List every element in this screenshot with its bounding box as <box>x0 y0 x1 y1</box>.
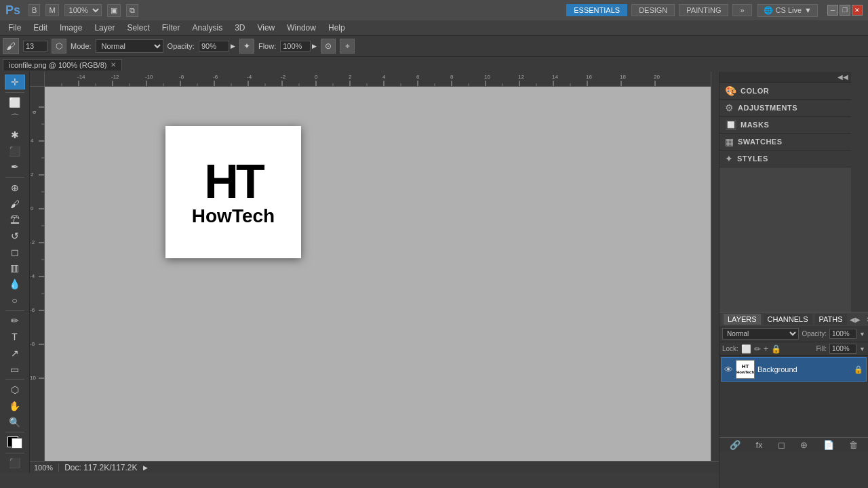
pen-tool[interactable]: ✏ <box>5 314 25 329</box>
eraser-tool[interactable]: ◻ <box>5 245 25 260</box>
path-select-tool[interactable]: ↗ <box>5 346 25 361</box>
lock-lock-btn[interactable]: 🔒 <box>771 344 781 354</box>
menu-layer[interactable]: Layer <box>89 22 120 34</box>
brush-tool-icon[interactable]: 🖌 <box>3 38 19 54</box>
text-tool[interactable]: T <box>5 329 25 344</box>
restore-btn[interactable]: ❐ <box>840 5 850 16</box>
brush-options-btn[interactable]: ⬡ <box>52 39 66 54</box>
airbrush-btn[interactable]: ✦ <box>239 39 254 54</box>
view-mode-btn[interactable]: ▣ <box>107 4 121 17</box>
lasso-tool[interactable]: ⌒ <box>5 111 25 126</box>
dodge-tool[interactable]: ○ <box>5 293 25 308</box>
adjustments-icon: ⚙ <box>725 102 734 113</box>
cs-live-icon: 🌐 <box>764 6 773 15</box>
layer-visibility-btn[interactable]: 👁 <box>724 365 733 375</box>
delete-layer-btn[interactable]: 🗑 <box>849 440 858 450</box>
lock-all-btn[interactable]: + <box>764 344 768 354</box>
fill-arrow[interactable]: ▼ <box>859 346 865 352</box>
more-workspaces-btn[interactable]: » <box>732 4 751 16</box>
background-color[interactable] <box>12 438 22 449</box>
blur-tool[interactable]: 💧 <box>5 277 25 291</box>
foreground-background-colors[interactable] <box>5 435 25 449</box>
layers-close-btn[interactable]: ✕ <box>866 316 868 323</box>
menu-image[interactable]: Image <box>54 22 87 34</box>
canvas-area: -14 -12 -10 -8 -6 -4 -2 0 2 <box>30 72 719 473</box>
menu-3d[interactable]: 3D <box>229 22 250 34</box>
menu-edit[interactable]: Edit <box>28 22 53 34</box>
history-brush-tool[interactable]: ↺ <box>5 228 25 243</box>
document-tab[interactable]: iconfile.png @ 100% (RGB/8) ✕ <box>3 59 122 70</box>
status-arrow[interactable]: ▶ <box>143 464 148 471</box>
fill-input[interactable] <box>829 344 856 354</box>
zoom-tool[interactable]: 🔍 <box>5 415 25 430</box>
flow-input[interactable]: 100% <box>280 41 311 52</box>
logo-howtech: HowTech <box>192 205 275 227</box>
3d-tool[interactable]: ⬡ <box>5 382 25 397</box>
lock-move-btn[interactable]: ✏ <box>754 344 761 354</box>
opacity-input[interactable]: 90% <box>199 41 229 52</box>
styles-panel-btn[interactable]: ✦ STYLES <box>719 150 851 167</box>
menu-window[interactable]: Window <box>281 22 321 34</box>
menu-analysis[interactable]: Analysis <box>186 22 228 34</box>
cs-live-btn[interactable]: 🌐 CS Live ▼ <box>757 4 818 17</box>
painting-btn[interactable]: PAINTING <box>679 4 728 16</box>
menu-filter[interactable]: Filter <box>157 22 186 34</box>
design-btn[interactable]: DESIGN <box>631 4 675 16</box>
gradient-tool[interactable]: ▥ <box>5 261 25 276</box>
menu-file[interactable]: File <box>3 22 26 34</box>
svg-text:10: 10 <box>30 375 36 381</box>
tab-layers[interactable]: LAYERS <box>724 314 761 325</box>
new-fill-btn[interactable]: ⊕ <box>800 440 808 450</box>
brush-tool[interactable]: 🖌 <box>5 197 25 211</box>
adjustments-panel-btn[interactable]: ⚙ ADJUSTMENTS <box>719 100 851 117</box>
tab-close-btn[interactable]: ✕ <box>111 61 116 68</box>
tab-paths[interactable]: PATHS <box>815 314 847 325</box>
lock-pixels-btn[interactable]: ⬜ <box>741 344 751 354</box>
eyedropper-tool[interactable]: ✒ <box>5 159 25 174</box>
svg-text:0: 0 <box>315 74 318 80</box>
flow-arrow[interactable]: ▶ <box>312 43 317 49</box>
svg-text:-4: -4 <box>30 273 35 279</box>
quick-mask-btn[interactable]: ⬛ <box>5 455 25 470</box>
menu-view[interactable]: View <box>252 22 280 34</box>
svg-text:-2: -2 <box>30 239 35 245</box>
brush-pose-btn[interactable]: ⌖ <box>340 39 355 54</box>
layer-style-btn[interactable]: fx <box>755 440 762 450</box>
essentials-btn[interactable]: ESSENTIALS <box>566 4 627 16</box>
brush-size-input[interactable]: 13 <box>23 41 47 52</box>
mini-bridge-icon[interactable]: M <box>45 4 58 16</box>
crop-tool[interactable]: ⬛ <box>5 144 25 159</box>
opacity-arrow[interactable]: ▶ <box>231 43 235 49</box>
tab-channels[interactable]: CHANNELS <box>764 314 812 325</box>
marquee-tool[interactable]: ⬜ <box>5 96 25 110</box>
swatches-panel-btn[interactable]: ▦ SWATCHES <box>719 134 851 150</box>
menu-select[interactable]: Select <box>121 22 155 34</box>
layers-opacity-arrow[interactable]: ▼ <box>859 331 865 338</box>
new-layer-btn[interactable]: 📄 <box>823 440 834 450</box>
color-panel-btn[interactable]: 🎨 COLOR <box>719 83 851 100</box>
quick-select-tool[interactable]: ✱ <box>5 127 25 142</box>
masks-panel-btn[interactable]: 🔲 MASKS <box>719 117 851 134</box>
layers-mode-select[interactable]: Normal Multiply <box>722 328 799 340</box>
collapse-panels-btn[interactable]: ◀◀ <box>837 73 848 81</box>
zoom-select[interactable]: 100% 50% 200% <box>64 4 102 16</box>
close-btn[interactable]: ✕ <box>852 5 863 16</box>
move-tool[interactable]: ✛ <box>5 75 25 89</box>
layers-expand-btn[interactable]: ◀▶ <box>850 316 861 323</box>
clone-stamp-tool[interactable]: ⛱ <box>5 212 25 227</box>
minimize-btn[interactable]: ─ <box>827 5 838 16</box>
vertical-scrollbar[interactable] <box>711 72 719 465</box>
mode-select[interactable]: Normal Multiply Screen <box>96 39 163 53</box>
adjustments-label: ADJUSTMENTS <box>738 104 797 112</box>
layers-opacity-input[interactable] <box>829 329 856 339</box>
add-mask-btn[interactable]: ◻ <box>778 440 785 450</box>
link-layers-btn[interactable]: 🔗 <box>730 440 741 450</box>
arrangement-btn[interactable]: ⧉ <box>126 4 138 17</box>
bridge-icon[interactable]: B <box>28 4 40 16</box>
hand-tool[interactable]: ✋ <box>5 399 25 413</box>
shape-tool[interactable]: ▭ <box>5 362 25 377</box>
layer-row-background[interactable]: 👁 HTHowTech Background 🔒 <box>721 357 867 382</box>
spot-heal-tool[interactable]: ⊕ <box>5 180 25 195</box>
menu-help[interactable]: Help <box>323 22 351 34</box>
tablet-pressure-btn[interactable]: ⊙ <box>321 39 336 54</box>
